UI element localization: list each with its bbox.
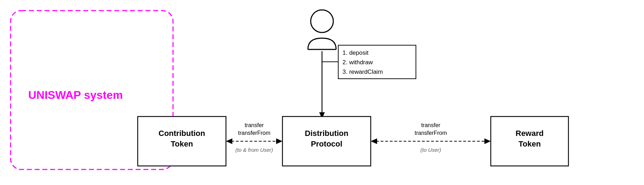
user-head bbox=[311, 10, 333, 32]
main-diagram: UNISWAP system 1. deposit 2. withdraw 3.… bbox=[0, 0, 644, 185]
right-arrow-head-left bbox=[371, 138, 377, 144]
right-transfer-label: transfer bbox=[421, 122, 441, 128]
diagram-container: UNISWAP system 1. deposit 2. withdraw 3.… bbox=[0, 0, 644, 185]
reward-token-label-line1: Reward bbox=[515, 129, 543, 138]
left-transfer-label: transfer bbox=[245, 122, 264, 128]
distribution-protocol-label-line1: Distribution bbox=[305, 129, 348, 138]
user-action-1: 1. deposit bbox=[342, 49, 369, 56]
reward-token-label-line2: Token bbox=[518, 139, 541, 148]
right-user-label: (to User) bbox=[421, 147, 441, 153]
uniswap-label: UNISWAP system bbox=[28, 89, 123, 101]
left-user-label: (to & from User) bbox=[235, 147, 273, 153]
right-transferFrom-label: transferFrom bbox=[415, 130, 447, 136]
left-transferFrom-label: transferFrom bbox=[238, 130, 270, 136]
distribution-protocol-label-line2: Protocol bbox=[311, 139, 342, 148]
contribution-token-label-line1: Contribution bbox=[159, 129, 205, 138]
user-action-3: 3. rewardClaim bbox=[342, 68, 383, 75]
left-arrow-head-left bbox=[226, 138, 232, 144]
user-action-2: 2. withdraw bbox=[342, 59, 373, 66]
right-arrow-head-right bbox=[484, 138, 491, 144]
user-body bbox=[308, 38, 336, 49]
contribution-token-label-line2: Token bbox=[171, 139, 193, 148]
left-arrow-head-right bbox=[276, 138, 282, 144]
